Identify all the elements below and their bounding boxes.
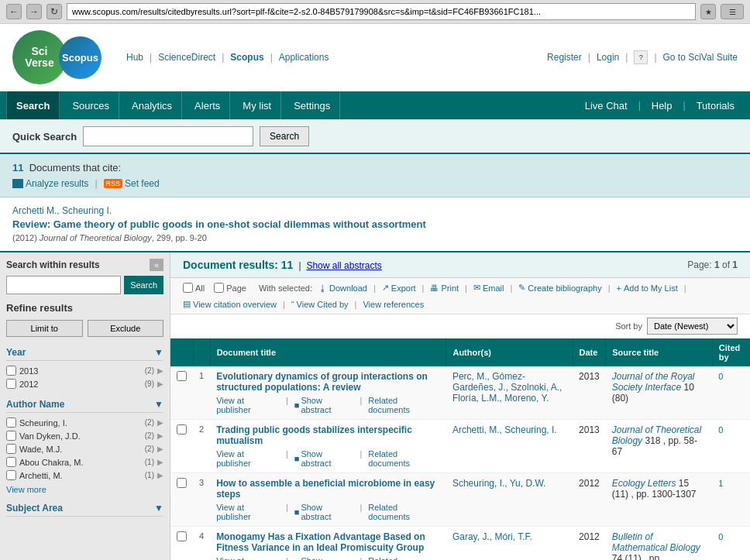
author-scheuring-checkbox[interactable] (6, 417, 16, 428)
scopus-link[interactable]: Scopus (230, 52, 263, 63)
row1-journal-link[interactable]: Journal of the Royal Society Interface (612, 371, 695, 393)
view-more-authors[interactable]: View more (6, 485, 163, 494)
forward-button[interactable]: → (26, 4, 42, 19)
row3-view-publisher[interactable]: View at publisher (216, 503, 280, 521)
hub-link[interactable]: Hub (126, 52, 143, 63)
nav-mylist[interactable]: My list (233, 91, 281, 119)
refresh-button[interactable]: ↻ (46, 4, 62, 19)
select-page-checkbox[interactable] (214, 283, 224, 293)
search-button[interactable]: Search (260, 126, 309, 146)
year-2013-checkbox[interactable] (6, 366, 16, 376)
search-input[interactable] (83, 126, 253, 146)
row3-related-docs[interactable]: Related documents (368, 503, 440, 521)
row4-num: 4 (193, 527, 210, 561)
author-vandyken-checkbox[interactable] (6, 431, 16, 441)
select-all-label[interactable]: All (183, 283, 205, 293)
row2-checkbox[interactable] (177, 424, 187, 435)
row2-view-publisher[interactable]: View at publisher (216, 449, 280, 468)
sidebar-collapse-button[interactable]: « (150, 259, 163, 271)
sidebar-search-button[interactable]: Search (124, 276, 163, 294)
row1-view-publisher[interactable]: View at publisher (216, 396, 280, 414)
view-cited-by-link[interactable]: “ View Cited by (291, 300, 349, 309)
nav-sources[interactable]: Sources (63, 91, 119, 119)
bookmark-icon[interactable]: ★ (700, 4, 716, 19)
sciencedirect-link[interactable]: ScienceDirect (158, 52, 215, 63)
print-link[interactable]: 🖶 Print (430, 283, 459, 293)
row2-related-docs[interactable]: Related documents (368, 449, 440, 468)
cited-authors[interactable]: Archetti M., Scheuring I. (12, 205, 112, 216)
row1-title-link[interactable]: Evolutionary dynamics of group interacti… (216, 371, 440, 393)
login-link[interactable]: Login (597, 52, 619, 63)
checkbox-row: All Page (183, 283, 246, 293)
row3-date-cell: 2012 (573, 473, 606, 527)
add-to-mylist-link[interactable]: + Add to My List (617, 283, 678, 293)
set-feed-link[interactable]: RSS Set feed (104, 178, 160, 189)
scival-link[interactable]: Go to SciVal Suite (663, 52, 738, 63)
top-nav: SciVerse Scopus Hub | ScienceDirect | Sc… (0, 24, 750, 91)
year-header[interactable]: Year ▼ (6, 345, 163, 361)
author-wade-label: Wade, M.J. (19, 445, 142, 454)
view-citation-overview-link[interactable]: ▤ View citation overview (183, 299, 277, 309)
nav-livechat[interactable]: Live Chat (576, 91, 637, 119)
row2-show-abstract[interactable]: ■ Show abstract (294, 449, 354, 468)
select-page-label[interactable]: Page (214, 283, 246, 293)
show-all-abstracts[interactable]: Show all abstracts (306, 260, 381, 271)
row3-title-link[interactable]: How to assemble a beneficial microbiome … (216, 478, 440, 500)
nav-help[interactable]: Help (642, 91, 682, 119)
row4-view-publisher[interactable]: View at publisher (216, 556, 280, 560)
doc-info-bar: 11 Documents that cite: Analyze results … (0, 154, 750, 198)
email-link[interactable]: ✉ Email (473, 283, 504, 293)
year-2012-count: (9) (145, 380, 154, 388)
rsep3: | (654, 52, 656, 63)
nav-alerts[interactable]: Alerts (185, 91, 230, 119)
exclude-button[interactable]: Exclude (88, 320, 164, 337)
nav-search[interactable]: Search (6, 91, 60, 119)
download-link[interactable]: ⭳ Download (318, 283, 367, 293)
row2-title-link[interactable]: Trading public goods stabilizes interspe… (216, 424, 440, 446)
browser-menu[interactable]: ☰ (721, 4, 744, 19)
nav-settings[interactable]: Settings (284, 91, 340, 119)
author-vandyken-count: (2) (145, 431, 154, 440)
address-bar[interactable] (67, 3, 696, 20)
help-icon[interactable]: ? (634, 50, 648, 64)
row3-show-abstract[interactable]: ■ Show abstract (294, 503, 354, 521)
nav-analytics[interactable]: Analytics (122, 91, 182, 119)
row3-authors-link[interactable]: Scheuring, I., Yu, D.W. (452, 478, 546, 489)
author-wade-checkbox[interactable] (6, 444, 16, 454)
row1-show-abstract[interactable]: ■ Show abstract (294, 396, 354, 414)
row4-authors-link[interactable]: Garay, J., Móri, T.F. (452, 531, 532, 542)
row4-title-link[interactable]: Monogamy Has a Fixation Advantage Based … (216, 531, 440, 553)
row2-authors-link[interactable]: Archetti, M., Scheuring, I. (452, 424, 557, 435)
register-link[interactable]: Register (547, 52, 582, 63)
subject-area-header[interactable]: Subject Area ▼ (6, 500, 163, 517)
author-header[interactable]: Author Name ▼ (6, 397, 163, 413)
row1-related-docs[interactable]: Related documents (368, 396, 440, 414)
limit-to-button[interactable]: Limit to (6, 320, 83, 337)
applications-link[interactable]: Applications (279, 52, 329, 63)
row1-checkbox[interactable] (177, 371, 187, 381)
row4-related-docs[interactable]: Related documents (368, 556, 440, 560)
analyze-results-link[interactable]: Analyze results (12, 178, 88, 189)
nav-tutorials[interactable]: Tutorials (687, 91, 744, 119)
row3-cited-count[interactable]: 1 (718, 479, 723, 488)
row4-checkbox[interactable] (177, 531, 187, 541)
back-button[interactable]: ← (6, 4, 22, 19)
row4-show-abstract[interactable]: ■ Show abstract (294, 556, 354, 560)
row1-authors-link[interactable]: Perc, M., Gómez-Gardeñes, J., Szolnoki, … (452, 371, 562, 404)
create-bibliography-link[interactable]: ✎ Create bibliography (518, 283, 601, 293)
cited-meta: (2012) Journal of Theoretical Biology, 2… (12, 233, 207, 242)
row3-checkbox[interactable] (177, 478, 187, 488)
sort-select[interactable]: Date (Newest) Date (Oldest) Cited by (hi… (647, 318, 738, 335)
cited-title[interactable]: Review: Game theory of public goods in o… (12, 218, 738, 230)
author-abou-checkbox[interactable] (6, 457, 16, 467)
sidebar-search-input[interactable] (6, 276, 121, 294)
row4-journal-link[interactable]: Bulletin of Mathematical Biology (612, 531, 700, 553)
export-link[interactable]: ↗ Export (382, 283, 416, 293)
author-archetti-checkbox[interactable] (6, 470, 16, 480)
row1-num: 1 (193, 366, 210, 420)
row3-journal-link[interactable]: Ecology Letters (612, 478, 676, 489)
select-all-checkbox[interactable] (183, 283, 193, 293)
view-references-link[interactable]: View references (363, 300, 424, 309)
row4-cited-cell: 0 (712, 527, 750, 561)
year-2012-checkbox[interactable] (6, 379, 16, 389)
